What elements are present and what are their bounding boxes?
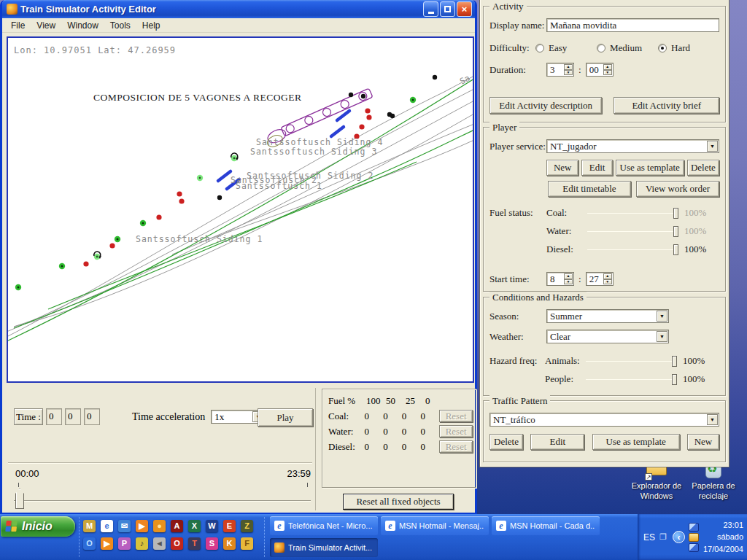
menu-item-tools[interactable]: Tools (104, 20, 136, 31)
track-line[interactable] (8, 76, 473, 337)
updates-icon[interactable] (689, 533, 699, 542)
collapse-chevron-icon[interactable]: ‹ (673, 531, 685, 543)
duration-hours-stepper[interactable]: 3 ▲▼ (546, 63, 574, 77)
delete-button[interactable]: Delete (489, 434, 523, 450)
network-icon-2[interactable] (689, 543, 699, 552)
encarta-icon[interactable]: E (223, 520, 236, 532)
time-field-1[interactable]: 0 (46, 408, 62, 425)
spin-down-icon[interactable]: ▼ (603, 70, 612, 76)
signal-dot-red[interactable] (109, 243, 115, 248)
taskbar-task-telef-nica-net-micro[interactable]: eTelefónica Net - Micro... (270, 516, 378, 535)
taskbar-task-msn-hotmail-cada-d[interactable]: eMSN Hotmail - Cada d... (492, 516, 600, 535)
taskbar-task-msn-hotmail-mensaj[interactable]: eMSN Hotmail - Mensaj... (381, 516, 489, 535)
signal-dot-red[interactable] (366, 114, 371, 120)
route-map[interactable]: Santssoftusch Siding 4Santssoftusch Sidi… (7, 36, 474, 383)
signal-dot-red[interactable] (179, 198, 184, 203)
use-as-template-button[interactable]: Use as template (592, 434, 680, 450)
messenger-s-icon[interactable]: S (206, 537, 218, 550)
timeline-track[interactable] (14, 500, 311, 502)
start-time-hours-stepper[interactable]: 8 ▲▼ (546, 272, 574, 286)
track-line-electrified[interactable] (8, 79, 473, 341)
clock-stack[interactable]: 23:01 sábado 17/04/2004 (703, 519, 743, 556)
menu-item-view[interactable]: View (31, 20, 61, 31)
network-icon[interactable] (689, 523, 699, 532)
edit-activity-description-button[interactable]: Edit Activity description (489, 97, 602, 114)
marker-dot-black[interactable] (361, 94, 365, 98)
new-button[interactable]: New (546, 160, 578, 176)
edit-button[interactable]: Edit (581, 160, 612, 176)
chevron-down-icon[interactable] (707, 141, 718, 152)
restore-window-icon[interactable]: ❐ (659, 532, 667, 542)
platform-marker[interactable] (218, 171, 231, 181)
key-icon[interactable]: K (223, 537, 236, 550)
outlook-express-icon[interactable]: ✉ (118, 520, 131, 532)
new-button[interactable]: New (687, 434, 719, 450)
timeline-thumb[interactable] (15, 489, 24, 509)
menu-item-window[interactable]: Window (61, 20, 104, 31)
marker-dot-black[interactable] (217, 195, 222, 200)
marker-dot-black[interactable] (433, 75, 437, 79)
view-work-order-button[interactable]: View work order (636, 181, 719, 197)
music-icon[interactable]: ♪ (136, 537, 148, 550)
internet-explorer-icon[interactable]: e (101, 520, 113, 532)
language-indicator[interactable]: ES (643, 532, 655, 542)
play-button[interactable]: Play (258, 408, 313, 427)
globe-icon[interactable]: O (83, 537, 96, 550)
signal-dot-red[interactable] (83, 261, 88, 266)
signal-dot-red[interactable] (365, 108, 370, 113)
track-line[interactable] (8, 89, 473, 332)
spin-down-icon[interactable]: ▼ (564, 279, 573, 285)
maximize-button[interactable] (440, 1, 455, 17)
power-icon[interactable]: O (171, 537, 183, 550)
title-bar[interactable]: Train Simulator Activity Editor × (2, 0, 475, 18)
hazard-animals-slider[interactable] (586, 356, 677, 367)
word-icon[interactable]: W (206, 520, 218, 532)
close-button[interactable]: × (457, 1, 472, 17)
reset-diesel-button[interactable]: Reset (439, 440, 473, 453)
folder-icon[interactable]: F (241, 537, 253, 550)
spin-down-icon[interactable]: ▼ (603, 279, 612, 285)
delete-button[interactable]: Delete (687, 160, 719, 176)
paint-icon[interactable]: P (118, 537, 131, 550)
spin-up-icon[interactable]: ▲ (564, 64, 573, 70)
use-as-template-button[interactable]: Use as template (616, 160, 684, 176)
edit-button[interactable]: Edit (530, 434, 584, 450)
spin-down-icon[interactable]: ▼ (564, 70, 573, 76)
media-player-icon[interactable]: ▶ (136, 520, 148, 532)
msn-messenger-icon[interactable]: M (83, 520, 96, 532)
time-field-3[interactable]: 0 (84, 408, 100, 425)
fuel-coal-slider[interactable] (587, 208, 678, 219)
timeline-slider[interactable] (14, 481, 311, 510)
difficulty-option-easy[interactable]: Easy (535, 42, 597, 54)
winzip-icon[interactable]: Z (241, 520, 253, 532)
display-name-input[interactable]: Mañana movidita (546, 18, 719, 32)
start-button[interactable]: Inicio (1, 516, 75, 537)
fuel-water-slider[interactable] (587, 226, 678, 237)
reset-all-fixed-objects-button[interactable]: Reset all fixed objects (343, 494, 454, 510)
minimize-button[interactable] (423, 1, 438, 17)
track-line-electrified[interactable] (14, 130, 473, 328)
spin-up-icon[interactable]: ▲ (603, 273, 612, 279)
route-map-canvas[interactable]: Santssoftusch Siding 4Santssoftusch Sidi… (8, 38, 473, 381)
menu-item-file[interactable]: File (5, 20, 31, 31)
media-player-2-icon[interactable]: ▶ (101, 537, 113, 550)
chevron-down-icon[interactable] (707, 414, 718, 425)
difficulty-option-hard[interactable]: Hard (658, 42, 719, 54)
taskbar-task-train-simulator[interactable]: Train Simulator Activit... (270, 538, 378, 557)
difficulty-option-medium[interactable]: Medium (597, 42, 658, 54)
reset-coal-button[interactable]: Reset (439, 410, 473, 422)
menu-item-help[interactable]: Help (136, 20, 166, 31)
duration-minutes-stepper[interactable]: 00 ▲▼ (586, 63, 614, 77)
fuel-diesel-slider[interactable] (587, 244, 678, 255)
chevron-down-icon[interactable] (657, 311, 667, 322)
marker-dot-black[interactable] (390, 114, 395, 118)
player-service-select[interactable]: NT_jugador (546, 139, 719, 153)
clock-icon[interactable]: ● (153, 520, 166, 532)
spin-up-icon[interactable]: ▲ (603, 64, 612, 70)
reset-water-button[interactable]: Reset (439, 425, 473, 438)
spin-up-icon[interactable]: ▲ (564, 273, 573, 279)
excel-icon[interactable]: X (188, 520, 201, 532)
season-select[interactable]: Summer (546, 309, 669, 323)
chevron-down-icon[interactable] (657, 331, 667, 342)
traffic-pattern-select[interactable]: NT_tráfico (489, 413, 719, 427)
